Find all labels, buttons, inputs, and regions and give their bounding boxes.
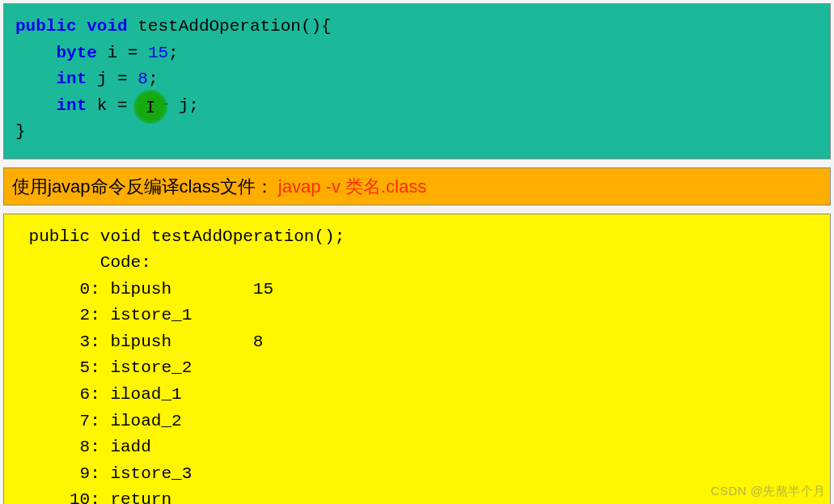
code-token: public bbox=[15, 17, 77, 36]
caption-bar: 使用javap命令反编译class文件： javap -v 类名.class bbox=[3, 167, 831, 205]
code-token: 8 bbox=[138, 70, 148, 88]
code-token: 15 bbox=[148, 44, 168, 62]
code-token: void bbox=[87, 17, 127, 36]
code-token: } bbox=[15, 122, 26, 141]
code-token: byte bbox=[56, 44, 96, 62]
code-token: ; bbox=[148, 70, 159, 88]
bytecode-panel: public void testAddOperation(); Code: 0:… bbox=[3, 214, 831, 504]
code-token: int bbox=[56, 96, 87, 115]
watermark: CSDN @先熬半个月 bbox=[711, 484, 826, 499]
code-token: j = bbox=[97, 70, 138, 88]
java-source-panel: public void testAddOperation(){ byte i =… bbox=[3, 3, 831, 159]
java-source-code: public void testAddOperation(){ byte i =… bbox=[15, 14, 819, 146]
caption-text: 使用javap命令反编译class文件： bbox=[12, 176, 278, 197]
code-token: i = bbox=[107, 44, 147, 62]
code-token: testAddOperation(){ bbox=[138, 17, 331, 36]
caption-command: javap -v 类名.class bbox=[278, 176, 426, 197]
code-token: int bbox=[56, 70, 87, 88]
code-token: ; bbox=[168, 44, 179, 62]
bytecode-listing: public void testAddOperation(); Code: 0:… bbox=[19, 224, 815, 504]
code-token: k = i + j; bbox=[97, 96, 199, 115]
